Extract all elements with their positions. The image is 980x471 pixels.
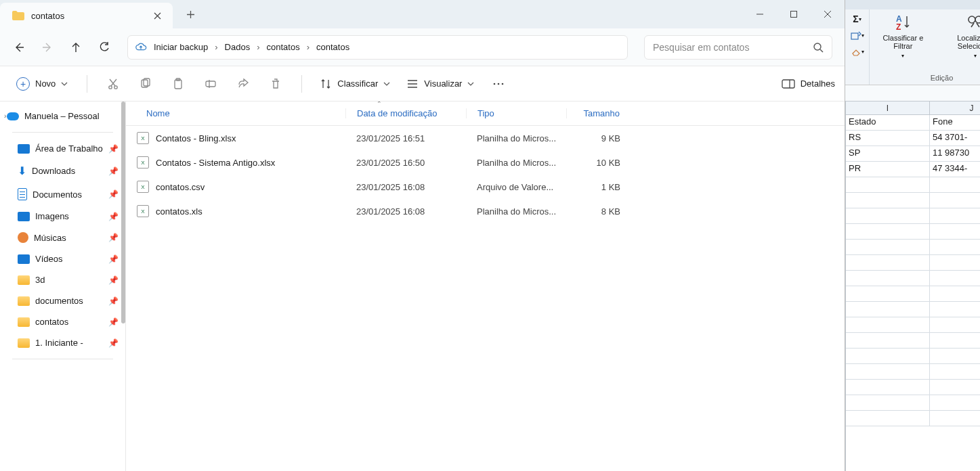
sheet-row[interactable]: RS54 3701-: [846, 131, 980, 146]
chevron-right-icon[interactable]: ›: [4, 112, 6, 120]
sheet-cell[interactable]: 54 3701-: [930, 131, 980, 146]
sheet-row[interactable]: [846, 380, 980, 395]
details-pane-button[interactable]: Detalhes: [782, 78, 835, 89]
fill-button[interactable]: ▾: [851, 30, 864, 41]
sheet-row[interactable]: [846, 224, 980, 240]
sheet-cell[interactable]: [846, 286, 930, 302]
search-icon[interactable]: [813, 42, 824, 53]
sheet-cell[interactable]: [930, 193, 980, 208]
rename-button[interactable]: [197, 72, 224, 95]
clear-button[interactable]: ▾: [851, 46, 864, 57]
pin-icon[interactable]: 📌: [108, 212, 119, 221]
sheet-cell[interactable]: 47 3344-: [930, 162, 980, 177]
sheet-cell[interactable]: [930, 317, 980, 333]
sheet-cell[interactable]: Fone: [930, 115, 980, 131]
more-button[interactable]: [485, 72, 512, 95]
sidebar-item-folder[interactable]: 3d📌: [0, 269, 125, 290]
column-header-name[interactable]: Nome: [126, 108, 345, 118]
sheet-cell[interactable]: [846, 271, 930, 286]
search-box[interactable]: [644, 35, 832, 60]
sidebar-item-folder[interactable]: contatos📌: [0, 311, 125, 332]
file-row[interactable]: Xcontatos.csv23/01/2025 16:08Arquivo de …: [126, 175, 845, 199]
pin-icon[interactable]: 📌: [108, 189, 119, 199]
maximize-button[interactable]: [777, 0, 811, 28]
file-row[interactable]: XContatos - Bling.xlsx23/01/2025 16:51Pl…: [126, 126, 845, 150]
sidebar-item-folder[interactable]: 1. Iniciante - 📌: [0, 332, 125, 353]
sheet-cell[interactable]: [846, 177, 930, 193]
sheet-cell[interactable]: [930, 240, 980, 255]
sheet-cell[interactable]: PR: [846, 162, 930, 177]
sheet-cell[interactable]: [930, 286, 980, 302]
copy-button[interactable]: [132, 72, 159, 95]
sheet-cell[interactable]: [846, 193, 930, 208]
sheet-cell[interactable]: [846, 302, 930, 317]
breadcrumb-item[interactable]: Dados›: [225, 42, 260, 52]
pin-icon[interactable]: 📌: [108, 254, 119, 264]
sidebar-item-videos[interactable]: Vídeos📌: [0, 248, 125, 269]
spreadsheet-grid[interactable]: I J EstadoFoneRS54 3701-SP11 98730PR47 3…: [845, 102, 980, 471]
breadcrumb-item[interactable]: contatos: [316, 42, 349, 52]
sheet-cell[interactable]: [930, 224, 980, 240]
sheet-cell[interactable]: [846, 349, 930, 364]
sheet-cell[interactable]: RS: [846, 131, 930, 146]
sheet-row[interactable]: [846, 349, 980, 364]
column-header-type[interactable]: Tipo: [466, 108, 566, 118]
sheet-row[interactable]: [846, 364, 980, 380]
pin-icon[interactable]: 📌: [108, 275, 119, 285]
sheet-row[interactable]: [846, 255, 980, 271]
sidebar-item-downloads[interactable]: ⬇Downloads📌: [0, 159, 125, 183]
cut-button[interactable]: [100, 72, 127, 95]
close-tab-icon[interactable]: [152, 11, 162, 20]
sheet-cell[interactable]: [846, 333, 930, 349]
pin-icon[interactable]: 📌: [108, 233, 119, 242]
view-button[interactable]: Visualizar: [401, 74, 480, 93]
sheet-row[interactable]: [846, 333, 980, 349]
sidebar-item-desktop[interactable]: Área de Trabalho📌: [0, 138, 125, 159]
sidebar-item-documents[interactable]: Documentos📌: [0, 183, 125, 206]
sheet-cell[interactable]: [846, 240, 930, 255]
pin-icon[interactable]: 📌: [108, 166, 119, 176]
pin-icon[interactable]: 📌: [108, 144, 119, 154]
sidebar-item-music[interactable]: Músicas📌: [0, 227, 125, 248]
sheet-cell[interactable]: Estado: [846, 115, 930, 131]
window-tab[interactable]: contatos: [0, 3, 173, 28]
sheet-row[interactable]: PR47 3344-: [846, 162, 980, 177]
breadcrumb[interactable]: Iniciar backup› Dados› contatos› contato…: [127, 35, 628, 60]
sidebar-item-images[interactable]: Imagens📌: [0, 206, 125, 227]
sheet-row[interactable]: [846, 286, 980, 302]
sheet-cell[interactable]: [930, 380, 980, 395]
sheet-cell[interactable]: [930, 177, 980, 193]
sheet-row[interactable]: [846, 395, 980, 411]
file-row[interactable]: Xcontatos.xls23/01/2025 16:08Planilha do…: [126, 199, 845, 223]
sheet-row[interactable]: EstadoFone: [846, 115, 980, 131]
sheet-row[interactable]: [846, 411, 980, 426]
file-row[interactable]: XContatos - Sistema Antigo.xlsx23/01/202…: [126, 150, 845, 175]
sheet-cell[interactable]: [930, 349, 980, 364]
sheet-cell[interactable]: [930, 395, 980, 411]
sheet-cell[interactable]: [846, 255, 930, 271]
sheet-row[interactable]: [846, 208, 980, 224]
sheet-cell[interactable]: [846, 317, 930, 333]
column-header-size[interactable]: Tamanho: [566, 108, 631, 118]
sheet-row[interactable]: [846, 177, 980, 193]
column-header[interactable]: I: [846, 102, 930, 115]
sheet-cell[interactable]: [930, 208, 980, 224]
column-header-modified[interactable]: Data de modificação: [345, 108, 466, 118]
share-button[interactable]: [230, 72, 257, 95]
column-header[interactable]: J: [930, 102, 980, 115]
sheet-cell[interactable]: 11 98730: [930, 146, 980, 162]
paste-button[interactable]: [165, 72, 192, 95]
sheet-cell[interactable]: [846, 364, 930, 380]
sort-filter-button[interactable]: AZ Classificar e Filtrar ▾: [875, 14, 931, 72]
back-button[interactable]: [12, 41, 26, 54]
sheet-row[interactable]: [846, 302, 980, 317]
sheet-cell[interactable]: [930, 255, 980, 271]
pin-icon[interactable]: 📌: [108, 317, 119, 327]
new-button[interactable]: + Novo: [9, 73, 74, 95]
breadcrumb-root[interactable]: Iniciar backup›: [154, 42, 218, 52]
sheet-cell[interactable]: [930, 411, 980, 426]
formula-bar[interactable]: ⌄: [845, 85, 980, 102]
sheet-row[interactable]: [846, 271, 980, 286]
find-select-button[interactable]: Localizar e Selecionar ▾: [942, 14, 980, 72]
pin-icon[interactable]: 📌: [108, 338, 119, 348]
